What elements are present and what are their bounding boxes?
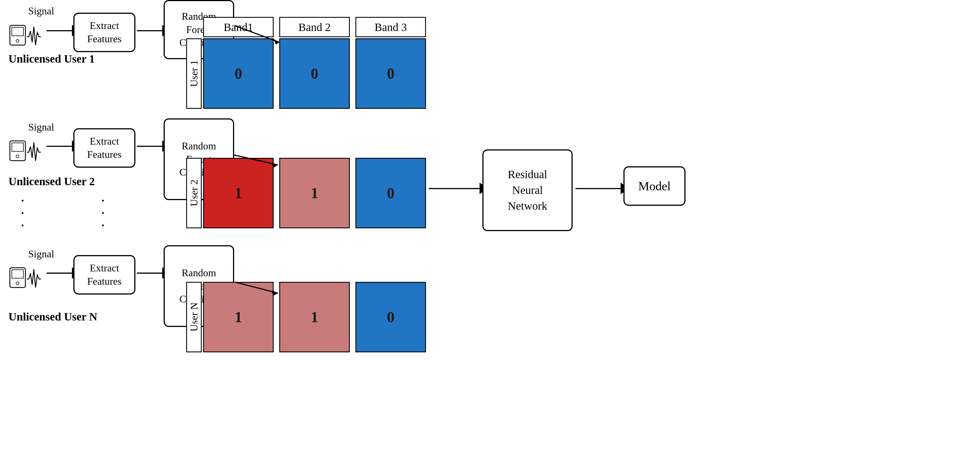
svg-point-8 bbox=[16, 282, 19, 285]
cell-u1-b3: 0 bbox=[355, 38, 426, 109]
arrow-signal-extract-1 bbox=[46, 28, 77, 33]
extract-features-box-2: Extract Features bbox=[73, 128, 135, 168]
cell-u1-b1: 0 bbox=[203, 38, 274, 109]
arrow-rnn-model bbox=[576, 186, 626, 191]
signal-icon-N bbox=[8, 257, 45, 289]
user2-label: Unlicensed User 2 bbox=[8, 175, 95, 188]
extract-features-box-1: Extract Features bbox=[73, 13, 135, 52]
svg-rect-4 bbox=[12, 143, 24, 151]
arrow-extract-rfc-2 bbox=[137, 144, 167, 149]
arrow-extract-rfc-1 bbox=[137, 28, 167, 33]
row-label-userN: User N bbox=[186, 282, 202, 352]
cell-uN-b2: 1 bbox=[279, 282, 350, 352]
dots-col1: ··· bbox=[21, 195, 24, 232]
svg-point-5 bbox=[16, 155, 19, 158]
arrow-extract-rfc-N bbox=[137, 271, 167, 276]
svg-marker-10 bbox=[274, 39, 279, 44]
cell-uN-b3: 0 bbox=[355, 282, 426, 352]
band1-header: Band1 bbox=[203, 17, 274, 37]
row-label-user2: User 2 bbox=[186, 158, 202, 228]
dots-col2: ··· bbox=[102, 195, 104, 232]
arrow-table-rnn bbox=[429, 186, 485, 191]
cell-u2-b2: 1 bbox=[279, 158, 350, 228]
cell-uN-b1: 1 bbox=[203, 282, 274, 352]
arrow-signal-extract-N bbox=[46, 271, 77, 276]
cell-u2-b3: 0 bbox=[355, 158, 426, 228]
cell-u2-b1: 1 bbox=[203, 158, 274, 228]
svg-rect-1 bbox=[12, 27, 24, 36]
userN-label: Unlicensed User N bbox=[8, 310, 97, 323]
extract-features-box-N: Extract Features bbox=[73, 255, 135, 295]
diagram-container: Signal Extract Features Random Forest Cl… bbox=[0, 0, 980, 449]
band2-header: Band 2 bbox=[279, 17, 350, 37]
arrow-signal-extract-2 bbox=[46, 144, 77, 149]
svg-rect-7 bbox=[12, 270, 24, 278]
row-label-user1: User 1 bbox=[186, 38, 202, 109]
cell-u1-b2: 0 bbox=[279, 38, 350, 109]
signal-icon-2 bbox=[8, 130, 45, 162]
svg-point-2 bbox=[16, 40, 19, 42]
model-box: Model bbox=[624, 166, 686, 206]
band3-header: Band 3 bbox=[355, 17, 426, 37]
signal-icon-1 bbox=[8, 14, 45, 46]
rnn-box: Residual Neural Network bbox=[482, 149, 573, 231]
user1-label: Unlicensed User 1 bbox=[8, 52, 95, 65]
